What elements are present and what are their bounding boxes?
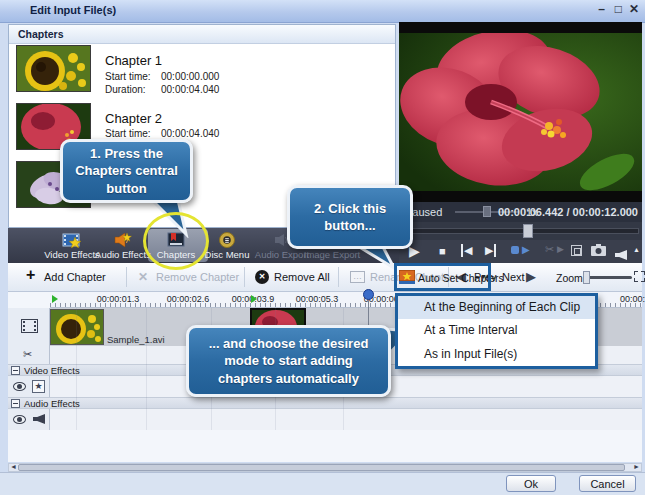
audio-effects-section-header: Audio Effects xyxy=(8,397,642,409)
preview-panel: Paused 1x 00:00:06.442 / 00:00:12.000 ▶ … xyxy=(399,22,642,263)
chapter-edit-toolbar: + Add Chapter ✕ Remove Chapter ✕ Remove … xyxy=(8,263,642,292)
film-frame-icon xyxy=(21,319,38,333)
scroll-right-icon[interactable]: ► xyxy=(633,463,640,470)
minimize-button[interactable]: – xyxy=(598,2,605,16)
plus-icon[interactable]: + xyxy=(26,266,35,284)
ruler-label: 00:00:01.3 xyxy=(97,294,140,304)
remove-chapter-button: Remove Chapter xyxy=(156,271,239,283)
auto-set-highlight-box xyxy=(394,263,491,291)
remove-all-icon[interactable]: ✕ xyxy=(255,270,269,284)
callout-step-2: 2. Click this button... xyxy=(287,185,413,249)
zoom-slider-thumb[interactable] xyxy=(583,271,590,284)
ruler-label: 00:00:05.3 xyxy=(296,294,339,304)
next-frame-button[interactable]: ▶ xyxy=(485,244,496,257)
marker-play-icon[interactable]: ▶ xyxy=(522,244,530,255)
remove-x-icon: ✕ xyxy=(138,270,148,284)
footer-bar: Ok Cancel xyxy=(0,472,645,495)
trim-track-header: ✂ xyxy=(8,346,50,364)
chapters-panel-title: Chapters xyxy=(18,28,64,40)
speaker-icon xyxy=(615,250,627,260)
sunflower-clip-image xyxy=(51,310,104,345)
marker-button[interactable] xyxy=(511,246,519,254)
remove-all-button[interactable]: Remove All xyxy=(274,271,330,283)
volume-expand-icon[interactable]: ▲ xyxy=(633,246,640,253)
callout-step-1: 1. Press the Chapters central button xyxy=(60,139,193,203)
rename-icon: … xyxy=(350,271,365,283)
playhead-handle[interactable] xyxy=(363,289,374,300)
hibiscus-video-frame xyxy=(399,22,642,202)
auto-set-chapters-menu: At the Beginning of Each Clip At a Time … xyxy=(395,293,598,369)
player-status-bar: Paused 1x 00:00:06.442 / 00:00:12.000 xyxy=(399,202,642,222)
previous-frame-button[interactable]: ◀ xyxy=(461,244,472,257)
chapter-1-thumbnail[interactable] xyxy=(16,45,91,92)
timeline-clip-thumbnail[interactable] xyxy=(50,309,104,345)
speaker-icon[interactable] xyxy=(33,414,45,424)
menu-item-as-in-input-files[interactable]: As in Input File(s) xyxy=(398,343,595,366)
window-title: Edit Input File(s) xyxy=(30,4,116,16)
scissors-icon[interactable]: ✂ xyxy=(23,348,32,361)
collapse-icon[interactable] xyxy=(11,399,20,408)
speed-slider-thumb[interactable] xyxy=(483,206,491,217)
clip-filename: Sample_1.avi xyxy=(107,334,165,345)
callout-2-text: 2. Click this button... xyxy=(314,200,386,234)
close-button[interactable]: ✕ xyxy=(629,2,639,16)
duration-label: Duration: xyxy=(105,84,146,95)
stop-button[interactable]: ■ xyxy=(439,245,446,257)
ok-button[interactable]: Ok xyxy=(506,475,556,492)
chapter-1-duration: 00:00:04.040 xyxy=(161,84,219,95)
collapse-icon[interactable] xyxy=(11,366,20,375)
start-time-label: Start time: xyxy=(105,71,151,82)
callout-1-text: 1. Press the Chapters central button xyxy=(75,145,178,196)
eye-icon[interactable] xyxy=(13,382,26,391)
scroll-left-icon[interactable]: ◄ xyxy=(10,463,17,470)
start-time-label: Start time: xyxy=(105,128,151,139)
audio-effects-track xyxy=(50,409,642,430)
chapter-marker[interactable] xyxy=(251,295,257,303)
seek-thumb[interactable] xyxy=(523,224,533,238)
chapter-marker[interactable] xyxy=(52,295,58,303)
menu-item-beginning-of-each-clip[interactable]: At the Beginning of Each Clip xyxy=(398,296,595,319)
snapshot-button[interactable] xyxy=(591,244,606,256)
timecode: 00:00:06.442 / 00:00:12.000 xyxy=(498,206,638,218)
chapter-2-start-time: 00:00:04.040 xyxy=(161,128,219,139)
add-chapter-button[interactable]: Add Chapter xyxy=(44,271,106,283)
cancel-button[interactable]: Cancel xyxy=(579,475,636,492)
audio-effects-section-label: Audio Effects xyxy=(24,398,80,409)
eye-icon[interactable] xyxy=(13,415,26,424)
callout-3-text: ... and choose the desired mode to start… xyxy=(209,335,369,386)
seek-groove[interactable] xyxy=(402,228,639,234)
chapters-panel-header: Chapters xyxy=(9,25,395,44)
title-bar: Edit Input File(s) – □ ✕ xyxy=(0,0,645,23)
maximize-button[interactable]: □ xyxy=(615,2,622,16)
ruler-label: 00:00: xyxy=(620,294,645,304)
volume-button[interactable] xyxy=(615,246,627,264)
horizontal-scrollbar[interactable]: ◄ ► xyxy=(8,463,642,472)
fullscreen-button[interactable] xyxy=(571,245,582,256)
video-track-header xyxy=(8,308,50,346)
next-button[interactable]: Next xyxy=(502,271,525,283)
chapter-1-title[interactable]: Chapter 1 xyxy=(105,53,162,68)
scrollbar-thumb[interactable] xyxy=(18,464,625,471)
callout-step-3: ... and choose the desired mode to start… xyxy=(186,325,391,397)
trim-play-icon: ▶ xyxy=(557,244,564,254)
chapter-1-start-time: 00:00:00.000 xyxy=(161,71,219,82)
video-display xyxy=(399,22,642,202)
chapter-2-title[interactable]: Chapter 2 xyxy=(105,111,162,126)
video-effects-icon xyxy=(62,232,82,248)
chapters-button-highlight-circle xyxy=(143,212,209,270)
player-controls: ▶ ■ ◀ ▶ ▶ ✂ ▶ ▲ xyxy=(399,240,642,263)
zoom-slider[interactable] xyxy=(586,276,632,279)
ruler-label: 00:00:02.6 xyxy=(167,294,210,304)
seek-bar[interactable] xyxy=(399,222,642,240)
video-effects-track-header: ★ xyxy=(8,376,50,397)
menu-item-time-interval[interactable]: At a Time Interval xyxy=(398,319,595,342)
sunflower-image xyxy=(17,46,91,92)
effect-star-icon[interactable]: ★ xyxy=(32,380,45,393)
zoom-label: Zoom: xyxy=(556,272,586,284)
next-arrow-icon[interactable]: ▶ xyxy=(526,269,536,284)
disc-menu-icon xyxy=(217,232,237,248)
video-effects-section-label: Video Effects xyxy=(24,365,80,376)
zoom-fit-icon[interactable] xyxy=(634,271,645,282)
trim-button: ✂ xyxy=(545,243,554,256)
audio-effects-track-header xyxy=(8,409,50,430)
